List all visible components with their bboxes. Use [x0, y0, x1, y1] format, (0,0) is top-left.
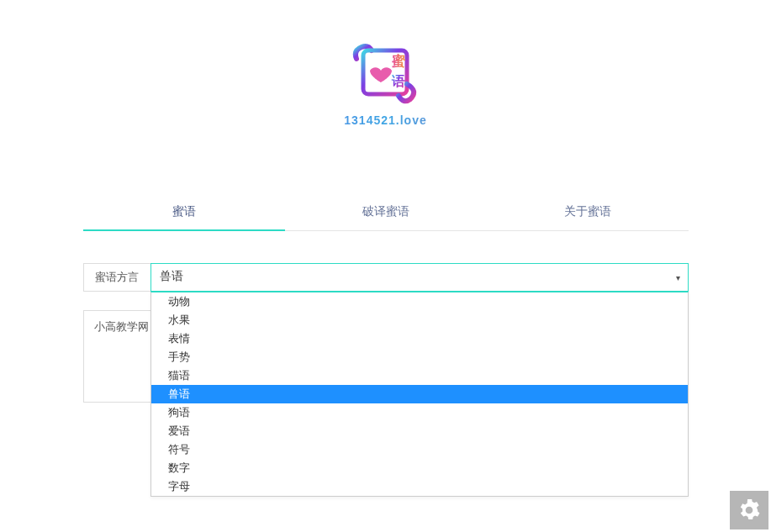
dialect-row: 蜜语方言 兽语 ▾ 动物水果表情手势猫语兽语狗语爱语符号数字字母 [83, 263, 689, 292]
dropdown-option[interactable]: 表情 [151, 329, 688, 348]
dialect-select[interactable]: 兽语 [151, 263, 689, 292]
svg-text:蜜: 蜜 [391, 53, 406, 68]
tab-decode[interactable]: 破译蜜语 [285, 194, 487, 230]
tab-miyu[interactable]: 蜜语 [83, 194, 285, 231]
dropdown-option[interactable]: 手势 [151, 348, 688, 366]
dialect-label: 蜜语方言 [83, 263, 151, 292]
tab-about[interactable]: 关于蜜语 [487, 194, 689, 230]
dropdown-option[interactable]: 水果 [151, 311, 688, 329]
dropdown-option[interactable]: 兽语 [151, 385, 688, 403]
logo-icon: 蜜 语 [351, 42, 420, 104]
logo-area: 蜜 语 1314521.love [83, 42, 689, 127]
main-container: 蜜 语 1314521.love 蜜语 破译蜜语 关于蜜语 蜜语方言 兽语 ▾ … [83, 0, 689, 405]
dialect-dropdown: 动物水果表情手势猫语兽语狗语爱语符号数字字母 [151, 292, 689, 497]
svg-text:语: 语 [391, 74, 405, 88]
dropdown-option[interactable]: 数字 [151, 459, 688, 477]
dialect-select-wrapper: 兽语 ▾ [151, 263, 689, 292]
gear-icon [738, 499, 760, 521]
dropdown-option[interactable]: 狗语 [151, 403, 688, 422]
dropdown-option[interactable]: 猫语 [151, 366, 688, 385]
logo-tagline: 1314521.love [83, 113, 689, 127]
tab-bar: 蜜语 破译蜜语 关于蜜语 [83, 194, 689, 231]
settings-button[interactable] [730, 491, 768, 529]
dropdown-option[interactable]: 爱语 [151, 422, 688, 440]
dropdown-option[interactable]: 动物 [151, 292, 688, 311]
dropdown-option[interactable]: 符号 [151, 440, 688, 459]
dialect-select-value: 兽语 [160, 269, 183, 282]
dropdown-option[interactable]: 字母 [151, 477, 688, 496]
